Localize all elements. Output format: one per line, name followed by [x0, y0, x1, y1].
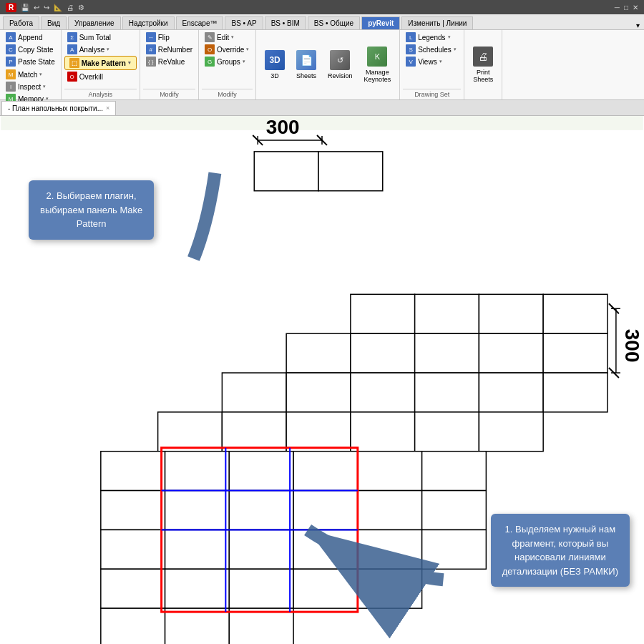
svg-rect-57: [293, 569, 358, 608]
overkill-btn[interactable]: O Overkill: [64, 71, 137, 82]
ribbon-group-analysis: Σ Sum Total A Analyse ▾ ⬚ Make Pattern ▾…: [62, 30, 140, 99]
svg-rect-55: [165, 569, 230, 608]
svg-rect-61: [229, 608, 293, 644]
ribbon-group-modify2: ✎ Edit ▾ O Override ▾ G Groups ▾ Modify: [199, 30, 256, 99]
svg-rect-28: [479, 373, 543, 412]
tab-rabota[interactable]: Работа: [3, 16, 39, 29]
undo-icon[interactable]: ↩: [34, 4, 39, 11]
app-menu-icon[interactable]: R: [6, 3, 16, 12]
settings-icon[interactable]: ⚙: [78, 4, 84, 11]
revalue-label: ReValue: [158, 58, 185, 66]
svg-rect-26: [351, 373, 415, 412]
tooltip1-text: 2. Выбираем плагин,выбираем панель MakeP…: [40, 190, 142, 229]
svg-rect-25: [286, 373, 351, 412]
svg-rect-31: [222, 412, 286, 452]
print-icon[interactable]: 🖨: [67, 4, 74, 11]
copy-state-icon: C: [6, 44, 16, 54]
append-btn[interactable]: A Append: [3, 31, 58, 43]
edit-label: Edit: [217, 34, 229, 42]
svg-rect-43: [165, 491, 230, 530]
svg-rect-18: [543, 294, 608, 333]
make-pattern-btn[interactable]: ⬚ Make Pattern ▾: [64, 56, 137, 70]
make-pattern-icon: ⬚: [69, 58, 79, 68]
tab-nastrojki[interactable]: Надстройки: [122, 16, 175, 29]
svg-rect-20: [351, 333, 415, 373]
paste-state-btn[interactable]: P Paste State: [3, 56, 58, 67]
views-label: Views: [418, 58, 437, 66]
svg-rect-49: [165, 530, 230, 569]
append-icon: A: [6, 32, 16, 42]
svg-rect-36: [101, 452, 165, 491]
legends-btn[interactable]: L Legends ▾: [403, 31, 461, 43]
tab-pyrevit[interactable]: pyRevit: [361, 16, 400, 29]
svg-rect-60: [165, 608, 230, 644]
window-minimize[interactable]: ─: [615, 4, 620, 11]
label-revision: Revision: [328, 72, 353, 79]
inspect-icon: I: [6, 82, 16, 92]
analyse-icon: A: [67, 44, 77, 54]
renumber-btn[interactable]: # ReNumber: [143, 44, 195, 55]
flip-btn[interactable]: ↔ Flip: [143, 31, 195, 43]
views-btn[interactable]: V Views ▾: [403, 56, 461, 67]
btn-3d[interactable]: 3D 3D: [260, 31, 289, 98]
btn-manage-keynotes[interactable]: K ManageKeynotes: [360, 31, 396, 98]
measure-icon[interactable]: 📐: [54, 4, 62, 11]
tab-modify-lines[interactable]: Изменить | Линии: [401, 16, 473, 29]
ribbon-group-state: A Append C Copy State P Paste State M Ma…: [0, 30, 62, 99]
window-close[interactable]: ✕: [633, 4, 638, 11]
edit-btn[interactable]: ✎ Edit ▾: [202, 31, 253, 43]
analyse-btn[interactable]: A Analyse ▾: [64, 44, 137, 55]
svg-rect-44: [229, 491, 293, 530]
ribbon-group-modify1: ↔ Flip # ReNumber { } ReValue Modify: [140, 30, 199, 99]
btn-print-sheets[interactable]: 🖨 PrintSheets: [469, 31, 497, 98]
svg-rect-33: [351, 412, 415, 452]
svg-rect-46: [358, 491, 422, 530]
btn-sheets[interactable]: 📄 Sheets: [292, 31, 321, 98]
tab-upravlenie[interactable]: Управление: [68, 16, 121, 29]
override-btn[interactable]: O Override ▾: [202, 44, 253, 55]
window-maximize[interactable]: □: [624, 4, 628, 11]
match-btn[interactable]: M Match ▾: [3, 69, 58, 80]
svg-rect-16: [415, 294, 479, 333]
flip-label: Flip: [158, 34, 170, 42]
revalue-btn[interactable]: { } ReValue: [143, 56, 195, 67]
inspect-label: Inspect: [18, 83, 41, 91]
icon-keynotes: K: [367, 47, 387, 67]
save-icon[interactable]: 💾: [21, 4, 29, 11]
svg-rect-17: [479, 294, 543, 333]
overkill-icon: O: [67, 72, 77, 82]
doc-tab-close[interactable]: ×: [106, 104, 109, 112]
append-label: Append: [18, 34, 42, 42]
doc-tab-active[interactable]: - План напольных покрыти... ×: [1, 101, 116, 115]
tab-bs-ap[interactable]: BS • AP: [225, 16, 263, 29]
svg-rect-42: [101, 491, 165, 530]
svg-rect-2: [318, 152, 383, 191]
label-sheets: Sheets: [296, 72, 316, 79]
svg-rect-19: [286, 333, 351, 373]
svg-rect-30: [158, 412, 223, 452]
schedules-btn[interactable]: S Schedules ▾: [403, 44, 461, 55]
label-manage-keynotes: ManageKeynotes: [364, 69, 391, 83]
sum-icon: Σ: [67, 32, 77, 42]
quick-access-bar: R 💾 ↩ ↪ 📐 🖨 ⚙ ─ □ ✕: [0, 0, 644, 14]
btn-revision[interactable]: ↺ Revision: [323, 31, 357, 98]
window-dropdown[interactable]: ▾: [632, 21, 644, 29]
svg-rect-48: [101, 530, 165, 569]
tab-enscape[interactable]: Enscape™: [176, 16, 224, 29]
tab-vid[interactable]: Вид: [41, 16, 67, 29]
copy-state-btn[interactable]: C Copy State: [3, 44, 58, 55]
tooltip-selection: 1. Выделяем нужный намфрагмент, который …: [491, 514, 630, 587]
svg-rect-0: [1, 116, 643, 130]
inspect-btn[interactable]: I Inspect ▾: [3, 81, 58, 92]
legends-label: Legends: [418, 34, 445, 42]
tab-bs-bim[interactable]: BS • BIM: [265, 16, 306, 29]
print-sheets-group: 🖨 PrintSheets: [464, 30, 502, 99]
ribbon-large-group: 3D 3D 📄 Sheets ↺ Revision K ManageKeynot…: [256, 30, 400, 99]
sum-total-btn[interactable]: Σ Sum Total: [64, 31, 137, 43]
overkill-label: Overkill: [79, 73, 103, 81]
tab-bs-obshie[interactable]: BS • Общие: [308, 16, 360, 29]
redo-icon[interactable]: ↪: [44, 4, 49, 11]
groups-btn[interactable]: G Groups ▾: [202, 56, 253, 67]
svg-rect-1: [254, 152, 318, 191]
svg-rect-40: [358, 452, 422, 491]
